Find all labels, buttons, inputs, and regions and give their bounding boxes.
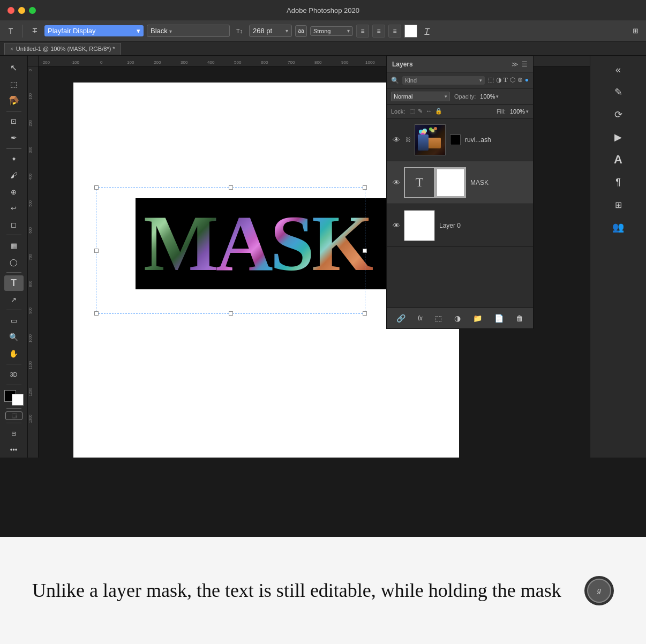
crop-tool[interactable]: ⊡ <box>4 114 24 130</box>
tab-title: Untitled-1 @ 100% (MASK, RGB/8*) * <box>16 46 115 52</box>
layer-visibility-toggle[interactable]: 👁 <box>391 134 402 145</box>
type-tool-icon[interactable]: T <box>4 25 17 38</box>
character-panel-button[interactable]: ⊞ <box>629 25 642 38</box>
ruler-tick: 600 <box>261 60 268 65</box>
layer-visibility-toggle[interactable]: 👁 <box>391 220 402 231</box>
handle-bottom-middle[interactable] <box>229 311 233 316</box>
text-color-swatch[interactable] <box>404 25 417 38</box>
dodge-tool[interactable]: ◯ <box>4 254 24 270</box>
delete-layer-button[interactable]: 🗑 <box>516 314 523 323</box>
layer-link-button[interactable]: 🔗 <box>396 314 405 323</box>
extras-button[interactable]: ••• <box>4 443 24 458</box>
ruler-vtick: 100 <box>28 93 32 100</box>
font-style-select[interactable]: Black ▾ <box>147 25 230 37</box>
pixel-filter-icon[interactable]: ⬚ <box>488 76 494 84</box>
eraser-tool[interactable]: ◻ <box>4 217 24 233</box>
minimize-button[interactable] <box>18 7 25 14</box>
play-panel-icon[interactable]: ▶ <box>609 128 628 147</box>
ruler-vtick: 300 <box>28 147 32 153</box>
align-left-button[interactable]: ≡ <box>356 25 369 38</box>
handle-middle-left[interactable] <box>94 249 99 253</box>
type-tool[interactable]: T <box>4 275 24 291</box>
layers-panel-expand-icon[interactable]: ≫ <box>512 61 519 68</box>
document-tab[interactable]: × Untitled-1 @ 100% (MASK, RGB/8*) * <box>4 43 121 55</box>
move-tool[interactable]: ↖ <box>4 60 24 76</box>
tool-separator-1 <box>6 111 21 111</box>
rectangle-shape-tool[interactable]: ▭ <box>4 313 24 328</box>
select-rect-tool[interactable]: ⬚ <box>4 77 24 92</box>
window-controls[interactable] <box>0 7 36 14</box>
foreground-background-colors[interactable] <box>4 390 24 406</box>
3d-tool[interactable]: 3D <box>4 367 24 383</box>
opacity-value[interactable]: 100% ▾ <box>480 93 499 100</box>
gradient-tool[interactable]: ▦ <box>4 238 24 253</box>
warp-text-button[interactable]: T <box>420 25 433 38</box>
tool-separator-2 <box>6 148 21 149</box>
handle-bottom-left[interactable] <box>94 311 99 316</box>
people-icon[interactable]: 👥 <box>609 218 628 237</box>
ruler-tick: 100 <box>127 60 134 65</box>
layer-row[interactable]: 👁 T MASK <box>387 161 533 204</box>
ruler-tick: -200 <box>41 60 50 65</box>
lock-all-icon[interactable]: 🔒 <box>435 108 442 115</box>
toolbar: T T̶ Playfair Display ▾ Black ▾ T↕ 268 p… <box>0 20 646 42</box>
tools-panel-icon[interactable]: ✎ <box>609 83 628 102</box>
close-button[interactable] <box>7 7 14 14</box>
layer-thumbnail <box>415 124 446 155</box>
ruler-vtick: 900 <box>28 308 32 314</box>
vertical-type-icon[interactable]: T̶ <box>28 25 41 38</box>
shape-filter-icon[interactable]: ⬡ <box>510 76 515 84</box>
adjustment-layer-button[interactable]: ◑ <box>454 314 461 323</box>
libraries-icon[interactable]: ⊞ <box>609 195 628 214</box>
layer-row[interactable]: 👁 ⛓ <box>387 118 533 161</box>
type-panel-icon[interactable]: A <box>609 150 628 169</box>
maximize-button[interactable] <box>29 7 36 14</box>
layers-kind-filter[interactable]: Kind ▾ <box>402 76 485 85</box>
layer-row[interactable]: 👁 Layer 0 <box>387 204 533 247</box>
layer-visibility-toggle[interactable]: 👁 <box>391 177 402 188</box>
layer-fx-button[interactable]: fx <box>418 314 423 322</box>
layers-panel: Layers ≫ ☰ 🔍 Kind ▾ ⬚ ◑ T ⬡ ⊕ ● <box>386 56 534 329</box>
handle-bottom-right[interactable] <box>363 311 367 316</box>
lasso-tool[interactable]: 🪤 <box>4 93 24 108</box>
clone-tool[interactable]: ⊕ <box>4 184 24 200</box>
hand-tool[interactable]: ✋ <box>4 346 24 361</box>
lock-artboard-icon[interactable]: ↔ <box>426 108 432 115</box>
spot-heal-tool[interactable]: ✦ <box>4 152 24 167</box>
layers-panel-menu-icon[interactable]: ☰ <box>522 61 528 68</box>
fill-value[interactable]: 100% ▾ <box>510 108 529 115</box>
antialiasing-select[interactable]: Strong ▾ <box>310 26 353 36</box>
mask-text-display: MASK <box>136 198 398 288</box>
collapse-panel-icon[interactable]: « <box>609 60 628 79</box>
quick-mask-button[interactable]: ⬚ <box>5 411 22 420</box>
handle-top-left[interactable] <box>94 185 99 190</box>
tab-close-button[interactable]: × <box>10 46 13 52</box>
handle-top-middle[interactable] <box>229 185 233 190</box>
layer-mask-button[interactable]: ⬚ <box>435 314 442 323</box>
screen-mode-button[interactable]: ⊟ <box>4 426 24 441</box>
history-brush-tool[interactable]: ↩ <box>4 200 24 216</box>
handle-top-right[interactable] <box>363 185 367 190</box>
new-layer-button[interactable]: 📄 <box>494 314 504 323</box>
adjustments-panel-icon[interactable]: ⟳ <box>609 105 628 124</box>
lock-pixels-icon[interactable]: ⬚ <box>409 108 415 115</box>
align-center-button[interactable]: ≡ <box>372 25 385 38</box>
background-color[interactable] <box>12 394 24 406</box>
filter-toggle[interactable]: ● <box>525 76 529 84</box>
site-logo: g <box>584 576 614 605</box>
zoom-tool[interactable]: 🔍 <box>4 330 24 345</box>
eyedropper-tool[interactable]: ✒ <box>4 130 24 146</box>
paragraph-panel-icon[interactable]: ¶ <box>609 173 628 192</box>
font-size-box[interactable]: 268 pt ▾ <box>249 25 292 37</box>
font-family-select[interactable]: Playfair Display ▾ <box>44 25 144 36</box>
blend-mode-select[interactable]: Normal ▾ <box>391 92 450 101</box>
align-right-button[interactable]: ≡ <box>388 25 401 38</box>
layer-group-button[interactable]: 📁 <box>473 314 482 323</box>
ruler-vtick: 0 <box>28 69 32 71</box>
path-select-tool[interactable]: ↗ <box>4 292 24 308</box>
type-filter-icon[interactable]: T <box>504 76 508 84</box>
adjustment-filter-icon[interactable]: ◑ <box>496 76 501 84</box>
lock-position-icon[interactable]: ✎ <box>418 108 423 115</box>
brush-tool[interactable]: 🖌 <box>4 168 24 183</box>
smart-filter-icon[interactable]: ⊕ <box>517 76 523 84</box>
